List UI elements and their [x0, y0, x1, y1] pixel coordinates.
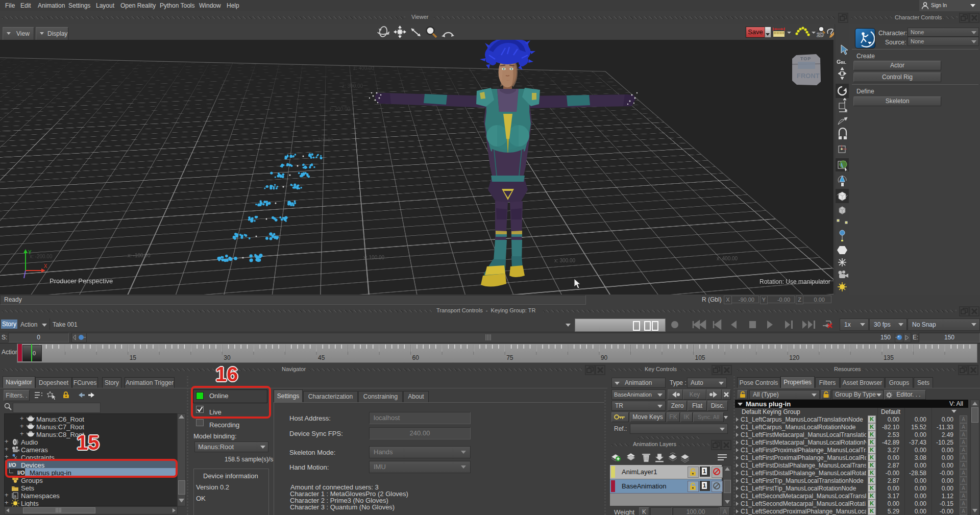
svg-text:30: 30	[224, 354, 231, 361]
svg-text:x: -200.00: x: -200.00	[30, 254, 53, 259]
svg-text:X: X	[44, 263, 47, 269]
svg-text:135: 135	[884, 354, 894, 361]
svg-text:TOP: TOP	[800, 56, 811, 61]
svg-text:a: a	[14, 494, 16, 499]
svg-text:x: -100.00: x: -100.00	[128, 253, 151, 258]
svg-text:z: 200.00: z: 200.00	[329, 106, 351, 112]
svg-text:x: 400.00: x: 400.00	[717, 256, 738, 261]
svg-text:FRONT: FRONT	[797, 72, 820, 80]
svg-text:60: 60	[412, 354, 420, 361]
svg-text:45: 45	[318, 354, 325, 361]
svg-text:75: 75	[506, 354, 513, 361]
svg-text:105: 105	[695, 354, 705, 361]
svg-text:Producer Perspective: Producer Perspective	[50, 277, 113, 285]
svg-text:GBL: GBL	[837, 59, 846, 65]
svg-text:90: 90	[601, 354, 608, 361]
svg-text:2D: 2D	[817, 32, 824, 38]
svg-text:15: 15	[130, 354, 137, 361]
svg-text:z: 100.00: z: 100.00	[312, 137, 334, 143]
svg-text:Rotation: Use manipulator: Rotation: Use manipulator	[760, 278, 830, 285]
svg-text:120: 120	[789, 354, 799, 361]
